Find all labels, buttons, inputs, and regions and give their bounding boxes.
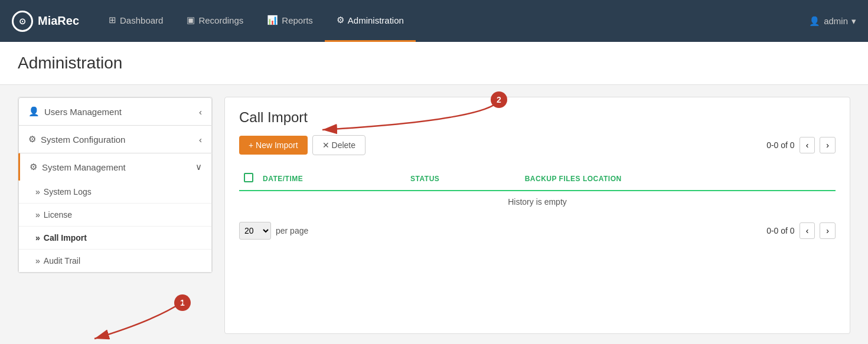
system-management-icon: ⚙ bbox=[30, 162, 37, 172]
table-body: History is empty bbox=[239, 191, 836, 212]
th-datetime: DATE/TIME bbox=[258, 167, 406, 191]
empty-message: History is empty bbox=[239, 191, 836, 212]
system-configuration-icon: ⚙ bbox=[28, 134, 36, 145]
top-next-button[interactable]: › bbox=[820, 137, 836, 153]
nav-items: ⊞ Dashboard ▣ Recordings 📊 Reports ⚙ Adm… bbox=[97, 0, 809, 42]
users-management-chevron-icon: ‹ bbox=[199, 107, 202, 117]
call-import-bullet: » bbox=[35, 233, 40, 243]
bottom-next-button[interactable]: › bbox=[820, 222, 836, 239]
data-table: DATE/TIME STATUS BACKUP FILES LOCATION H… bbox=[239, 167, 836, 212]
main-title: Call Import bbox=[239, 109, 836, 126]
new-import-button[interactable]: + New Import bbox=[239, 136, 308, 155]
th-status: STATUS bbox=[406, 167, 520, 191]
system-logs-bullet: » bbox=[35, 187, 40, 196]
delete-button[interactable]: ✕ Delete bbox=[312, 135, 366, 155]
content-area: 👤 Users Management ‹ ⚙ System Configurat… bbox=[0, 85, 868, 344]
sidebar-item-users-management[interactable]: 👤 Users Management ‹ bbox=[18, 97, 212, 126]
table-empty-row: History is empty bbox=[239, 191, 836, 212]
sidebar-subitem-call-import[interactable]: » Call Import bbox=[19, 227, 211, 250]
badge-1-circle: 1 bbox=[174, 294, 191, 311]
license-bullet: » bbox=[35, 210, 40, 219]
brand-icon: ⊙ bbox=[12, 11, 33, 32]
user-icon: 👤 bbox=[809, 16, 820, 27]
recordings-icon: ▣ bbox=[187, 15, 195, 25]
per-page-select[interactable]: 20 50 100 bbox=[239, 222, 271, 240]
brand-name: MiaRec bbox=[38, 14, 79, 28]
reports-icon: 📊 bbox=[267, 15, 278, 25]
user-menu[interactable]: 👤 admin ▾ bbox=[809, 16, 856, 27]
bottom-prev-button[interactable]: ‹ bbox=[800, 222, 815, 239]
page-header: Administration bbox=[0, 42, 868, 85]
top-pagination: 0-0 of 0 ‹ › bbox=[766, 137, 836, 153]
header-checkbox[interactable] bbox=[244, 173, 253, 182]
user-chevron-icon: ▾ bbox=[851, 16, 856, 27]
sidebar-item-system-configuration[interactable]: ⚙ System Configuration ‹ bbox=[18, 125, 212, 153]
sidebar-subitem-license[interactable]: » License bbox=[19, 204, 211, 227]
sidebar-wrapper: 👤 Users Management ‹ ⚙ System Configurat… bbox=[18, 97, 213, 273]
badge-2-circle: 2 bbox=[491, 91, 507, 108]
sidebar-subitem-system-logs[interactable]: » System Logs bbox=[19, 181, 211, 204]
topnav: ⊙ MiaRec ⊞ Dashboard ▣ Recordings 📊 Repo… bbox=[0, 0, 868, 42]
dashboard-icon: ⊞ bbox=[109, 15, 116, 25]
system-management-submenu: » System Logs » License » Call Import » … bbox=[18, 181, 212, 273]
toolbar: + New Import ✕ Delete 0-0 of 0 ‹ › bbox=[239, 135, 836, 155]
per-page-label: per page bbox=[276, 226, 308, 235]
bottom-pagination: 0-0 of 0 ‹ › bbox=[766, 222, 836, 239]
audit-trail-bullet: » bbox=[35, 256, 40, 266]
th-checkbox[interactable] bbox=[239, 167, 258, 191]
nav-item-recordings[interactable]: ▣ Recordings bbox=[175, 0, 255, 42]
table-header: DATE/TIME STATUS BACKUP FILES LOCATION bbox=[239, 167, 836, 191]
bottom-pagination-info: 0-0 of 0 bbox=[766, 226, 794, 235]
th-backup-location: BACKUP FILES LOCATION bbox=[520, 167, 836, 191]
nav-item-dashboard[interactable]: ⊞ Dashboard bbox=[97, 0, 175, 42]
system-configuration-chevron-icon: ‹ bbox=[199, 135, 202, 145]
bottom-toolbar: 20 50 100 per page 0-0 of 0 ‹ › bbox=[239, 222, 836, 240]
top-prev-button[interactable]: ‹ bbox=[800, 137, 815, 153]
top-pagination-info: 0-0 of 0 bbox=[766, 140, 794, 150]
administration-icon: ⚙ bbox=[337, 15, 344, 25]
sidebar-item-system-management[interactable]: ⚙ System Management ∨ bbox=[18, 153, 212, 181]
page-title: Administration bbox=[18, 54, 850, 73]
sidebar-subitem-audit-trail[interactable]: » Audit Trail bbox=[19, 250, 211, 272]
main-content: Call Import + New Import ✕ Delete 0-0 of… bbox=[224, 97, 850, 334]
brand-logo[interactable]: ⊙ MiaRec bbox=[12, 11, 79, 32]
users-management-icon: 👤 bbox=[28, 106, 40, 117]
nav-item-reports[interactable]: 📊 Reports bbox=[255, 0, 325, 42]
system-management-chevron-icon: ∨ bbox=[195, 162, 202, 172]
nav-item-administration[interactable]: ⚙ Administration bbox=[325, 0, 416, 42]
